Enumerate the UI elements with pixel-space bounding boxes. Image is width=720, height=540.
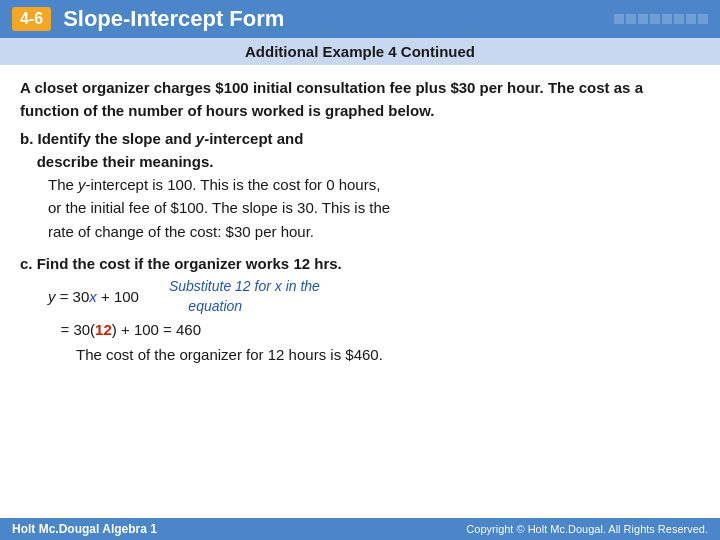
eq-row-1: y = 30x + 100 Substitute 12 for x in the… [48,277,700,316]
eq-line2: = 30(12) + 100 = 460 [48,318,201,342]
section-b-title: b. Identify the slope and y-intercept an… [20,130,303,170]
header-title: Slope-Intercept Form [63,6,284,32]
section-b: b. Identify the slope and y-intercept an… [20,128,700,243]
substitute-note: Substitute 12 for x in the equation [169,277,320,316]
header: 4-6 Slope-Intercept Form [0,0,720,38]
eq-row-2: = 30(12) + 100 = 460 [48,318,700,342]
section-c-label: c. Find the cost if the organizer works … [20,253,700,276]
header-decoration [614,14,708,24]
main-content: A closet organizer charges $100 initial … [0,65,720,518]
footer-right: Copyright © Holt Mc.Dougal. All Rights R… [466,523,708,535]
deco-sq-6 [674,14,684,24]
deco-sq-1 [614,14,624,24]
lesson-badge: 4-6 [12,7,51,31]
intro-paragraph: A closet organizer charges $100 initial … [20,77,700,122]
final-answer: The cost of the organizer for 12 hours i… [48,346,700,363]
deco-sq-8 [698,14,708,24]
section-b-label: b. Identify the slope and y-intercept an… [20,128,700,173]
deco-sq-2 [626,14,636,24]
deco-sq-4 [650,14,660,24]
deco-sq-7 [686,14,696,24]
section-c: c. Find the cost if the organizer works … [20,249,700,364]
eq-line1: y = 30x + 100 [48,285,139,309]
equation-block: y = 30x + 100 Substitute 12 for x in the… [20,277,700,363]
sub-header: Additional Example 4 Continued [0,38,720,65]
deco-sq-3 [638,14,648,24]
section-b-body: The y-intercept is 100. This is the cost… [20,173,700,243]
page: 4-6 Slope-Intercept Form Additional Exam… [0,0,720,540]
deco-sq-5 [662,14,672,24]
footer: Holt Mc.Dougal Algebra 1 Copyright © Hol… [0,518,720,540]
footer-left: Holt Mc.Dougal Algebra 1 [12,522,157,536]
